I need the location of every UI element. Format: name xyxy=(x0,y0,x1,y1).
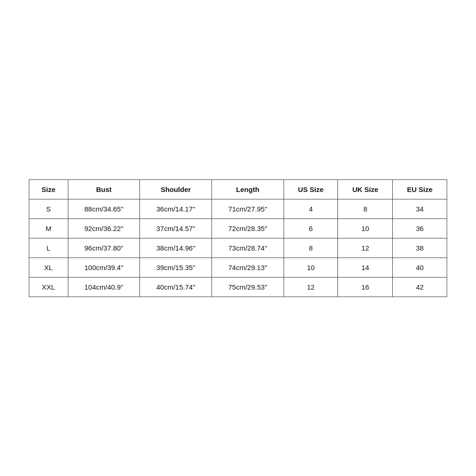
cell-us_size: 12 xyxy=(284,277,338,297)
cell-bust: 88cm/34.65" xyxy=(68,199,140,218)
table-header-row: Size Bust Shoulder Length US Size UK Siz… xyxy=(29,179,447,199)
header-shoulder: Shoulder xyxy=(140,179,212,199)
size-chart-table: Size Bust Shoulder Length US Size UK Siz… xyxy=(29,179,447,297)
cell-us_size: 6 xyxy=(284,218,338,238)
cell-bust: 92cm/36.22" xyxy=(68,218,140,238)
table-row: M92cm/36.22"37cm/14.57"72cm/28.35"61036 xyxy=(29,218,447,238)
cell-shoulder: 40cm/15.74" xyxy=(140,277,212,297)
cell-shoulder: 38cm/14.96" xyxy=(140,238,212,258)
header-size: Size xyxy=(29,179,68,199)
table-row: S88cm/34.65"36cm/14.17"71cm/27.95"4834 xyxy=(29,199,447,218)
cell-us_size: 8 xyxy=(284,238,338,258)
header-length: Length xyxy=(212,179,284,199)
table-row: XXL104cm/40.9"40cm/15.74"75cm/29.53"1216… xyxy=(29,277,447,297)
cell-eu_size: 40 xyxy=(393,258,447,277)
cell-bust: 100cm/39.4" xyxy=(68,258,140,277)
cell-uk_size: 12 xyxy=(338,238,393,258)
cell-uk_size: 8 xyxy=(338,199,393,218)
cell-eu_size: 42 xyxy=(393,277,447,297)
cell-length: 75cm/29.53" xyxy=(212,277,284,297)
cell-size: XL xyxy=(29,258,68,277)
cell-shoulder: 39cm/15.35" xyxy=(140,258,212,277)
table-row: L96cm/37.80"38cm/14.96"73cm/28.74"81238 xyxy=(29,238,447,258)
cell-uk_size: 14 xyxy=(338,258,393,277)
cell-size: L xyxy=(29,238,68,258)
header-uk-size: UK Size xyxy=(338,179,393,199)
cell-bust: 96cm/37.80" xyxy=(68,238,140,258)
cell-bust: 104cm/40.9" xyxy=(68,277,140,297)
cell-us_size: 4 xyxy=(284,199,338,218)
cell-length: 72cm/28.35" xyxy=(212,218,284,238)
cell-eu_size: 34 xyxy=(393,199,447,218)
cell-size: M xyxy=(29,218,68,238)
header-eu-size: EU Size xyxy=(393,179,447,199)
cell-length: 74cm/29.13" xyxy=(212,258,284,277)
cell-uk_size: 16 xyxy=(338,277,393,297)
header-bust: Bust xyxy=(68,179,140,199)
cell-size: S xyxy=(29,199,68,218)
cell-shoulder: 36cm/14.17" xyxy=(140,199,212,218)
header-us-size: US Size xyxy=(284,179,338,199)
cell-length: 71cm/27.95" xyxy=(212,199,284,218)
cell-shoulder: 37cm/14.57" xyxy=(140,218,212,238)
cell-uk_size: 10 xyxy=(338,218,393,238)
size-chart-container: Size Bust Shoulder Length US Size UK Siz… xyxy=(29,179,447,297)
cell-eu_size: 36 xyxy=(393,218,447,238)
cell-size: XXL xyxy=(29,277,68,297)
cell-us_size: 10 xyxy=(284,258,338,277)
table-row: XL100cm/39.4"39cm/15.35"74cm/29.13"10144… xyxy=(29,258,447,277)
cell-length: 73cm/28.74" xyxy=(212,238,284,258)
cell-eu_size: 38 xyxy=(393,238,447,258)
